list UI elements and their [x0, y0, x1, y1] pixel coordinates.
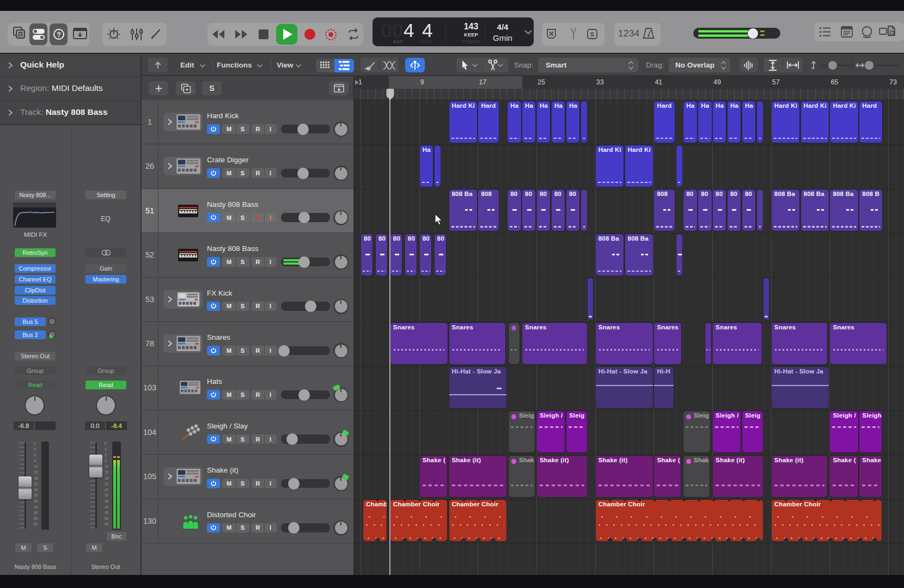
svg-text:?: ? — [57, 31, 60, 39]
svg-text:S: S — [590, 31, 594, 38]
